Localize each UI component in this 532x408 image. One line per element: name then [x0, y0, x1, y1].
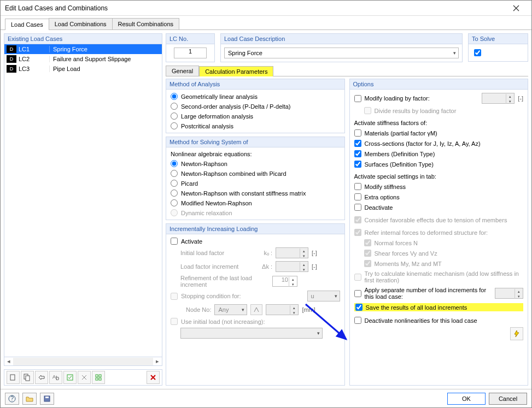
check-favorable: Consider favorable effects due to tensio… — [354, 216, 524, 223]
svg-rect-7 — [99, 378, 101, 380]
k0-symbol: k₀ : — [256, 250, 272, 257]
list-item[interactable]: D LC3 Pipe Load — [4, 64, 162, 74]
radio-dynamic-relaxation: Dynamic relaxation — [171, 209, 340, 216]
nodeno-label: Node No: — [186, 306, 211, 313]
cancel-button[interactable]: Cancel — [489, 393, 527, 405]
nodeno-value: Any — [218, 306, 229, 313]
load-case-list[interactable]: D LC1 Spring Force D LC2 Failure and Sup… — [4, 44, 162, 357]
check-label: Cross-sections (factor for J, Iy, Iz, A,… — [365, 140, 481, 147]
tool-button-3[interactable] — [35, 371, 48, 384]
radio-picard[interactable]: Picard — [171, 180, 340, 187]
check-label: Surfaces (Definition Type) — [365, 161, 434, 168]
radio-label: Second-order analysis (P-Delta / P-delta… — [181, 103, 291, 110]
incremental-header: Incrementally Increasing Loading — [166, 224, 344, 234]
check-label: Extra options — [365, 194, 400, 200]
activate-stiffness-label: Activate stiffness factors of: — [354, 120, 524, 126]
check-normal-forces: Normal forces N — [354, 239, 524, 246]
initial-load-select — [180, 328, 323, 339]
tab-load-cases[interactable]: Load Cases — [5, 19, 49, 30]
tool-button-7[interactable] — [92, 371, 105, 384]
lc-desc: Pipe Load — [49, 66, 162, 72]
check-deactivate[interactable]: Deactivate — [354, 204, 524, 211]
tool-button-6[interactable] — [78, 371, 91, 384]
help-button[interactable]: ? — [5, 393, 19, 405]
check-extra-options[interactable]: Extra options — [354, 193, 524, 200]
radio-postcritical[interactable]: Postcritical analysis — [171, 122, 340, 129]
radio-large-deformation[interactable]: Large deformation analysis — [171, 113, 340, 120]
svg-rect-2 — [26, 376, 30, 381]
check-modify-stiffness[interactable]: Modify stiffness — [354, 183, 524, 190]
new-button[interactable] — [7, 371, 20, 384]
check-cross-sections[interactable]: Cross-sections (factor for J, Iy, Iz, A,… — [354, 140, 524, 147]
check-label: Moments My, Mz and MT — [375, 261, 442, 267]
lc-tag: D — [7, 65, 16, 73]
check-separate-increments[interactable]: Apply separate number of load increments… — [354, 287, 492, 300]
unit-label: [mm] — [302, 306, 315, 313]
initial-load-input: ▴▾ — [276, 247, 308, 258]
check-label: Normal forces N — [375, 240, 418, 246]
radio-modified-nr[interactable]: Modified Newton-Raphson — [171, 199, 340, 206]
lc-code: LC1 — [19, 46, 49, 52]
list-item[interactable]: D LC1 Spring Force — [4, 44, 162, 54]
check-surfaces[interactable]: Surfaces (Definition Type) — [354, 161, 524, 168]
lc-desc-select[interactable]: Spring Force — [224, 48, 459, 58]
check-label: Consider favorable effects due to tensio… — [365, 217, 507, 223]
svg-text:?: ? — [10, 395, 14, 401]
lc-desc: Failure and Support Slippage — [49, 56, 162, 62]
save-button[interactable] — [40, 393, 54, 405]
copy-button[interactable] — [21, 371, 34, 384]
ok-button[interactable]: OK — [447, 393, 486, 405]
check-label: Modify loading by factor: — [365, 95, 430, 102]
svg-rect-6 — [96, 378, 98, 380]
check-label: Materials (partial factor γM) — [365, 130, 437, 137]
folder-button[interactable] — [22, 393, 37, 405]
check-label: Members (Definition Type) — [365, 151, 435, 157]
refinement-input[interactable]: 10▴▾ — [272, 276, 297, 287]
check-use-initial: Use initial load (not increasing): — [171, 318, 340, 325]
lc-code: LC3 — [19, 66, 49, 72]
radio-second-order[interactable]: Second-order analysis (P-Delta / P-delta… — [171, 103, 340, 110]
modify-factor-input: ▴▾ — [482, 93, 515, 104]
check-label: Shear forces Vy and Vz — [375, 250, 437, 257]
refinement-label: Refinement of the last load increment — [171, 275, 269, 288]
tool-button-5[interactable] — [63, 371, 77, 384]
to-solve-checkbox[interactable] — [474, 49, 481, 56]
check-members[interactable]: Members (Definition Type) — [354, 150, 524, 157]
radio-nr-picard[interactable]: Newton-Raphson combined with Picard — [171, 170, 340, 177]
radio-newton-raphson[interactable]: Newton-Raphson — [171, 160, 340, 167]
options-header: Options — [350, 79, 528, 90]
check-shear-forces: Shear forces Vy and Vz — [354, 250, 524, 257]
check-label: Save the results of all load increments — [366, 304, 467, 311]
svg-rect-4 — [96, 375, 98, 377]
lc-desc-value: Spring Force — [228, 50, 262, 56]
radio-nr-constant[interactable]: Newton-Raphson with constant stiffness m… — [171, 190, 340, 197]
subtab-general[interactable]: General — [166, 66, 199, 76]
delete-button[interactable] — [147, 371, 160, 384]
to-solve-label: To Solve — [468, 33, 528, 44]
tab-load-combinations[interactable]: Load Combinations — [49, 18, 113, 29]
check-label: Stopping condition for: — [181, 293, 241, 299]
close-button[interactable] — [505, 1, 527, 16]
lc-no-input[interactable]: 1 — [174, 48, 207, 58]
radio-geom-linear[interactable]: Geometrically linear analysis — [171, 93, 340, 100]
tab-result-combinations[interactable]: Result Combinations — [112, 18, 180, 29]
scroll-left-button[interactable]: ◂ — [4, 358, 13, 365]
check-materials[interactable]: Materials (partial factor γM) — [354, 129, 524, 137]
check-label: Modify stiffness — [365, 184, 406, 190]
list-item[interactable]: D LC2 Failure and Support Slippage — [4, 54, 162, 64]
scrollbar-track[interactable] — [13, 358, 153, 365]
method-analysis-header: Method of Analysis — [166, 79, 344, 90]
radio-label: Picard — [181, 180, 198, 187]
check-deactivate-nonlin[interactable]: Deactivate nonlinearities for this load … — [354, 317, 524, 324]
check-modify-loading[interactable]: Modify loading by factor: — [354, 95, 430, 102]
lightning-button[interactable] — [510, 327, 523, 340]
check-save-results[interactable]: Save the results of all load increments — [355, 304, 467, 311]
scroll-right-button[interactable]: ▸ — [153, 358, 162, 365]
check-label: Deactivate — [365, 204, 393, 211]
svg-rect-5 — [99, 375, 101, 377]
lc-desc-label: Load Case Description — [220, 33, 463, 44]
check-refer-deformed: Refer internal forces to deformed struct… — [354, 229, 524, 236]
tool-button-4[interactable]: Ab — [49, 371, 62, 384]
check-activate[interactable]: Activate — [171, 238, 340, 245]
subtab-calculation-parameters[interactable]: Calculation Parameters — [199, 66, 273, 76]
